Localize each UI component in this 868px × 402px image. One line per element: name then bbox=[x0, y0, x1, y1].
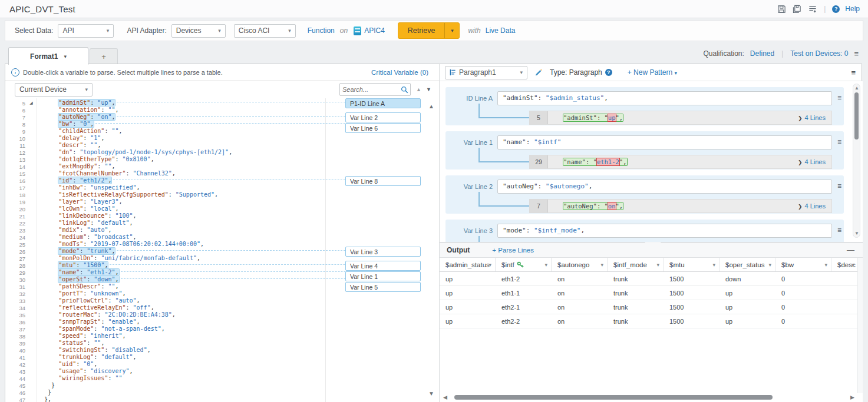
variable-box-var-line-2[interactable]: Var Line 2 bbox=[345, 112, 421, 122]
variable-box-var-line-6[interactable]: Var Line 6 bbox=[345, 123, 421, 133]
column-filter-chevron-icon[interactable]: ▾ bbox=[489, 262, 491, 268]
pattern-input[interactable]: "adminSt": "$admin_status", bbox=[497, 91, 832, 105]
edit-pencil-icon[interactable] bbox=[534, 68, 543, 77]
code-line-22[interactable]: 22 "linkLog": "default", bbox=[5, 220, 421, 227]
tab-format1[interactable]: Format1▾ bbox=[8, 47, 88, 65]
pattern-input[interactable]: "autoNeg": "$autonego", bbox=[497, 180, 832, 194]
code-line-21[interactable]: 21 "linkDebounce": "100", bbox=[5, 212, 421, 220]
column-filter-chevron-icon[interactable]: ▾ bbox=[656, 262, 659, 268]
code-line-20[interactable]: 20 "lcOwn": "local", bbox=[5, 205, 421, 212]
variable-box-var-line-5[interactable]: Var Line 5 bbox=[345, 282, 421, 292]
scroll-down-icon[interactable]: ▼ bbox=[854, 231, 860, 236]
scroll-right-icon[interactable]: ▶ bbox=[850, 394, 854, 400]
scrollbar-thumb[interactable] bbox=[854, 92, 859, 139]
help-link[interactable]: Help bbox=[845, 5, 860, 13]
table-row-0[interactable]: upeth1-2ontrunk1500down0 bbox=[440, 272, 858, 286]
code-line-39[interactable]: 39 "status": "", bbox=[5, 340, 421, 347]
search-prev-icon[interactable]: ▲ bbox=[415, 85, 423, 94]
matched-line-row[interactable]: 7"autoNeg": "on",❯4 Lines bbox=[529, 199, 832, 213]
pattern-line-menu-icon[interactable]: ≡ bbox=[837, 94, 841, 101]
code-line-23[interactable]: 23 "mdix": "auto", bbox=[5, 227, 421, 234]
code-line-44[interactable]: 44 "wiringIssues": "" bbox=[5, 375, 421, 382]
pattern-selector[interactable]: Paragraph1 ▾ bbox=[445, 66, 527, 79]
table-row-2[interactable]: upeth2-1ontrunk1500up0 bbox=[440, 300, 858, 314]
code-line-43[interactable]: 43 "usage": "discovery", bbox=[5, 368, 421, 375]
code-line-45[interactable]: 45 } bbox=[5, 382, 421, 389]
variable-box-var-line-3[interactable]: Var Line 3 bbox=[345, 247, 421, 257]
driver-dropdown[interactable]: Cisco ACI▾ bbox=[234, 24, 296, 38]
pattern-input[interactable]: "name": "$intf" bbox=[497, 135, 832, 149]
table-row-3[interactable]: upeth2-2ontrunk1500up0 bbox=[440, 314, 858, 328]
scrollbar-track[interactable] bbox=[450, 394, 848, 400]
column-filter-chevron-icon[interactable]: ▾ bbox=[600, 262, 603, 268]
save-as-icon[interactable] bbox=[792, 4, 802, 14]
retrieve-split-chevron-icon[interactable]: ▾ bbox=[444, 23, 459, 38]
select-data-dropdown[interactable]: API▾ bbox=[58, 24, 114, 38]
column-header-admin_status[interactable]: $admin_status▾ bbox=[440, 258, 496, 271]
qualification-link[interactable]: Defined bbox=[750, 49, 774, 58]
code-line-24[interactable]: 24 "medium": "broadcast", bbox=[5, 234, 421, 241]
code-line-41[interactable]: 41 "trunkLog": "default", bbox=[5, 354, 421, 361]
column-header-mtu[interactable]: $mtu▾ bbox=[664, 258, 720, 271]
scroll-down-icon[interactable]: ▼ bbox=[428, 390, 434, 397]
scroll-up-icon[interactable]: ▲ bbox=[854, 85, 860, 91]
list-add-icon[interactable] bbox=[807, 4, 817, 14]
code-line-36[interactable]: 36 "snmpTrapSt": "enable", bbox=[5, 318, 421, 325]
new-pattern-button[interactable]: + New Pattern ▾ bbox=[628, 68, 677, 77]
column-filter-chevron-icon[interactable]: ▾ bbox=[852, 262, 854, 268]
add-format-tab[interactable]: + bbox=[90, 48, 118, 65]
code-line-34[interactable]: 34 "reflectiveRelayEn": "off", bbox=[5, 304, 421, 311]
pattern-line-menu-icon[interactable]: ≡ bbox=[837, 227, 841, 234]
scroll-left-icon[interactable]: ◀ bbox=[443, 394, 447, 400]
critical-variable-link[interactable]: Critical Variable (0) bbox=[371, 69, 428, 76]
code-line-46[interactable]: 46 } bbox=[5, 389, 421, 396]
code-line-37[interactable]: 37 "spanMode": "not-a-span-dest", bbox=[5, 325, 421, 333]
matched-line-row[interactable]: 5"adminSt": "up",❯4 Lines bbox=[529, 111, 832, 125]
table-row-1[interactable]: upeth1-1ontrunk1500up0 bbox=[440, 286, 858, 300]
variable-box-var-line-8[interactable]: Var Line 8 bbox=[345, 176, 421, 186]
menu-icon[interactable]: ≡ bbox=[854, 50, 859, 58]
save-icon[interactable] bbox=[777, 4, 787, 14]
matched-line-row[interactable]: 29"name": "eth1-2",❯4 Lines bbox=[529, 155, 832, 169]
help-question-icon[interactable]: ? bbox=[605, 69, 612, 76]
column-filter-chevron-icon[interactable]: ▾ bbox=[544, 262, 547, 268]
column-header-bw[interactable]: $bw▾ bbox=[775, 258, 831, 271]
column-header-intf[interactable]: $intf▾ bbox=[496, 258, 552, 271]
code-line-12[interactable]: 12 "dn": "topology/pod-1/node-1/sys/cphy… bbox=[5, 149, 421, 156]
code-line-35[interactable]: 35 "routerMac": "2C:D0:2D:BE:A4:38", bbox=[5, 311, 421, 318]
column-filter-chevron-icon[interactable]: ▾ bbox=[712, 262, 715, 268]
scroll-up-icon[interactable]: ▲ bbox=[428, 103, 434, 109]
variable-box-var-line-1[interactable]: Var Line 1 bbox=[345, 271, 421, 281]
code-line-33[interactable]: 33 "prioFlowCtrl": "auto", bbox=[5, 297, 421, 304]
output-vertical-scrollbar[interactable] bbox=[857, 258, 863, 393]
expand-lines-link[interactable]: ❯4 Lines bbox=[798, 158, 826, 165]
code-line-38[interactable]: 38 "speed": "inherit", bbox=[5, 333, 421, 340]
code-line-47[interactable]: 47 }, bbox=[5, 396, 421, 402]
pattern-menu-icon[interactable]: ≡ bbox=[851, 69, 856, 77]
pattern-scrollbar[interactable]: ▲ ▼ bbox=[853, 84, 860, 238]
variable-box-var-line-4[interactable]: Var Line 4 bbox=[345, 261, 421, 271]
parse-lines-button[interactable]: + Parse Lines bbox=[492, 247, 534, 254]
variable-box-p1-id-line-a[interactable]: P1-ID Line A bbox=[345, 98, 421, 108]
adapter-dropdown[interactable]: Devices▾ bbox=[171, 24, 226, 38]
device-link[interactable]: APIC4 bbox=[364, 26, 385, 35]
code-line-11[interactable]: 11 "descr": "", bbox=[5, 142, 421, 149]
column-header-autonego[interactable]: $autonego▾ bbox=[552, 258, 608, 271]
code-line-13[interactable]: 13 "dot1qEtherType": "0x8100", bbox=[5, 156, 421, 163]
pattern-input[interactable]: "mode": "$intf_mode", bbox=[497, 224, 832, 238]
scrollbar-thumb[interactable] bbox=[454, 395, 773, 400]
pattern-line-menu-icon[interactable]: ≡ bbox=[837, 138, 841, 145]
test-on-devices-link[interactable]: Test on Devices: 0 bbox=[790, 49, 848, 58]
column-filter-chevron-icon[interactable]: ▾ bbox=[768, 262, 771, 268]
column-filter-chevron-icon[interactable]: ▾ bbox=[824, 262, 827, 268]
output-horizontal-scrollbar[interactable]: ◀ ▶ bbox=[443, 394, 854, 401]
code-line-19[interactable]: 19 "layer": "Layer3", bbox=[5, 198, 421, 205]
function-link[interactable]: Function bbox=[308, 26, 335, 35]
minimize-icon[interactable]: — bbox=[847, 246, 854, 254]
live-data-link[interactable]: Live Data bbox=[486, 26, 516, 35]
search-input[interactable] bbox=[340, 86, 401, 93]
device-selector[interactable]: Current Device▾ bbox=[15, 83, 93, 97]
column-header-desc[interactable]: $desc▾ bbox=[831, 258, 858, 271]
pattern-line-menu-icon[interactable]: ≡ bbox=[837, 182, 841, 190]
expand-lines-link[interactable]: ❯4 Lines bbox=[798, 202, 826, 210]
